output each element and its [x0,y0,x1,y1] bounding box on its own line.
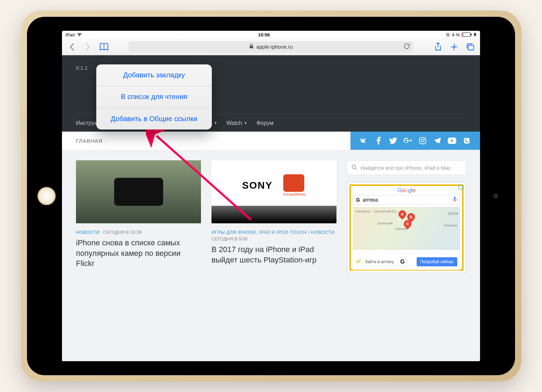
charging-icon [474,32,477,37]
svg-text:i: i [460,186,461,189]
article-category[interactable]: ИГРЫ ДЛЯ IPHONE, IPAD И IPOD TOUCH [211,230,307,235]
bookmarks-popover: Добавить закладку В список для чтения До… [96,64,212,130]
map-label: Кузнецкий [377,222,392,225]
forwardworks-logo [283,174,304,192]
chevron-down-icon: ▼ [244,121,247,125]
article-meta: НОВОСТИ СЕГОДНЯ В 10:39 [76,230,201,235]
article-meta: ИГРЫ ДЛЯ IPHONE, IPAD И IPOD TOUCH / НОВ… [211,230,336,241]
map-label: Сретенский б-р [374,210,396,213]
search-placeholder: Найдется все про iPhone, iPad и Mac [361,165,451,171]
vk-icon[interactable] [360,136,368,145]
ad-widget[interactable]: i Google G аптека [347,182,466,273]
svg-point-11 [352,165,356,168]
content-bar: ГЛАВНАЯ [62,132,480,150]
device-label: iPad [65,32,75,37]
forward-button [82,41,93,52]
address-bar[interactable]: apple-iphone.ru [128,41,414,52]
safari-toolbar: apple-iphone.ru [62,38,480,55]
share-button[interactable] [432,41,444,52]
social-bar [350,132,480,150]
map-pin: A [397,209,408,219]
article-title[interactable]: iPhone снова в списке самых популярных к… [76,238,201,269]
url-text: apple-iphone.ru [256,44,293,50]
twitter-icon[interactable] [389,136,397,145]
ad-query: аптека [363,197,378,203]
ad-footer-text: Зайти в аптеку [365,259,394,264]
add-bookmark-item[interactable]: Добавить закладку [96,64,212,86]
youtube-icon[interactable] [448,136,456,145]
fw-label: ForwardWorks [283,192,306,196]
svg-rect-14 [454,197,456,200]
article-category[interactable]: НОВОСТИ [311,230,335,235]
new-tab-button[interactable] [449,41,460,52]
add-reading-list-item[interactable]: В список для чтения [96,86,212,108]
google-logo: Google [351,186,462,195]
article-list: НОВОСТИ СЕГОДНЯ В 10:39 iPhone снова в с… [76,160,336,273]
sidebar: Найдется все про iPhone, iPad и Mac i Go… [347,160,466,273]
svg-point-8 [424,139,425,140]
facebook-icon[interactable] [374,136,383,145]
content-main: НОВОСТИ СЕГОДНЯ В 10:39 iPhone снова в с… [62,150,480,284]
svg-rect-10 [464,138,470,144]
search-icon [352,164,357,171]
status-bar: iPad 10:56 4 % [62,31,480,38]
telegram-icon[interactable] [433,136,442,145]
google-g-icon: G [356,197,360,203]
nav-item[interactable]: Форум [256,120,273,126]
nav-label: Форум [256,120,273,126]
ad-footer: Зайти в аптеку G Попробуй сейчас [353,253,460,270]
add-shared-links-item[interactable]: Добавить в Общие ссылки [96,108,212,130]
ad-search-bar: G аптека [353,195,460,205]
article-time: СЕГОДНЯ В 10:39 [103,230,141,235]
ad-info-icon[interactable]: i [458,184,464,190]
article-category[interactable]: НОВОСТИ [76,230,100,235]
refresh-button[interactable] [404,43,410,50]
article-image [76,160,201,223]
article-image: SONY ForwardWorks [211,160,336,223]
mic-icon [453,197,457,203]
bookmarks-button[interactable] [98,41,110,52]
battery-percent: 4 % [452,32,460,37]
battery-icon [462,33,472,37]
svg-point-7 [421,139,424,142]
article-card[interactable]: НОВОСТИ СЕГОДНЯ В 10:39 iPhone снова в с… [76,160,201,273]
topnav-item[interactable]: 0.1.1 [76,65,88,71]
svg-rect-6 [419,138,426,144]
check-icon [356,259,361,265]
separator: / [307,230,311,235]
instagram-icon[interactable] [418,136,427,145]
svg-rect-5 [468,45,474,50]
ad-map: A B C Чеховская Сретенский б-р Кузнецкий… [353,207,460,250]
nav-label: Watch [227,120,242,126]
try-now-button[interactable]: Попробуй сейчас [417,257,457,266]
breadcrumb: ГЛАВНАЯ [62,132,350,150]
sony-logo: SONY [242,180,272,191]
google-g-icon: G [397,257,408,267]
wifi-icon [77,33,82,37]
lock-icon [249,44,253,50]
googleplus-icon[interactable] [404,136,412,145]
clock: 10:56 [258,32,270,37]
article-card[interactable]: SONY ForwardWorks ИГРЫ ДЛЯ IPHONE, IPAD … [211,160,336,273]
alarm-icon [446,33,450,37]
tabs-button[interactable] [465,41,476,52]
ipad-frame: iPad 10:56 4 % [21,10,521,382]
svg-rect-2 [471,34,472,36]
back-button[interactable] [66,41,77,52]
article-time: СЕГОДНЯ В 9:00 [211,236,336,241]
nav-item[interactable]: Watch▼ [227,120,248,126]
map-label: Чеховская [355,210,370,213]
phone-icon[interactable] [463,136,471,145]
svg-rect-4 [250,46,253,48]
home-button[interactable] [37,187,56,205]
svg-rect-1 [462,33,471,37]
map-label: Покровка [444,224,457,227]
map-label: Лубянка [395,227,407,231]
article-title[interactable]: В 2017 году на iPhone и iPad выйдет шест… [211,244,336,265]
screen: iPad 10:56 4 % [62,31,480,361]
chevron-down-icon: ▼ [214,121,217,125]
ipad-bezel: iPad 10:56 4 % [27,17,515,375]
map-label: БАСМ [448,212,458,216]
search-input[interactable]: Найдется все про iPhone, iPad и Mac [347,160,466,175]
svg-rect-3 [463,33,463,36]
